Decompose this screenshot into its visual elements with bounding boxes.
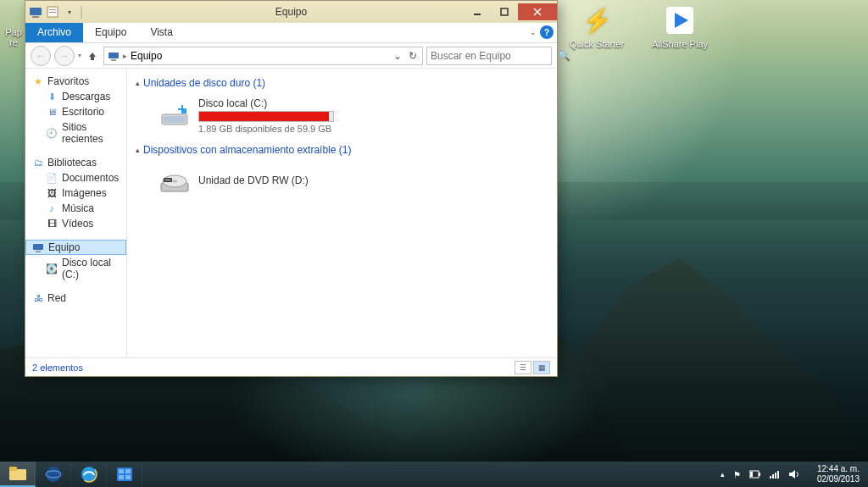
flag-icon[interactable]: ⚑ <box>733 470 741 479</box>
window-titlebar[interactable]: ▾ | Equipo <box>25 1 557 23</box>
desktop-icon-allshare-play[interactable]: AllShare Play <box>649 3 710 49</box>
tab-computer[interactable]: Equipo <box>83 23 138 42</box>
chevron-right-icon[interactable]: ▸ <box>123 52 127 60</box>
taskbar-browser[interactable] <box>36 462 71 487</box>
hard-drive-icon <box>158 97 192 131</box>
nav-item-downloads[interactable]: ⬇Descargas <box>25 89 126 104</box>
view-details-button[interactable]: ☰ <box>515 361 531 374</box>
svg-rect-38 <box>772 474 774 479</box>
file-explorer-window: ▾ | Equipo Archivo Equipo Vista <box>25 0 558 377</box>
address-dropdown-icon[interactable]: ⌄ <box>392 50 403 62</box>
svg-rect-10 <box>33 244 43 250</box>
nav-group-favorites[interactable]: ★ Favoritos <box>25 74 126 89</box>
nav-item-desktop[interactable]: 🖥Escritorio <box>25 104 126 119</box>
svg-rect-40 <box>777 471 779 479</box>
tray-overflow-icon[interactable]: ▴ <box>721 470 725 479</box>
nav-item-documents[interactable]: 📄Documentos <box>25 170 126 185</box>
drive-usage-bar <box>198 111 334 122</box>
ribbon-expand-icon[interactable]: ⌄ <box>530 28 537 36</box>
svg-rect-35 <box>759 473 760 476</box>
tab-view[interactable]: Vista <box>138 23 184 42</box>
address-bar-row: ← → ▾ ▸ Equipo ⌄ ↻ 🔍 <box>25 43 557 69</box>
nav-group-computer[interactable]: Equipo <box>25 240 126 255</box>
refresh-icon[interactable]: ↻ <box>407 50 419 62</box>
forward-button[interactable]: → <box>54 46 75 66</box>
nav-item-local-disk-c[interactable]: 💽Disco local (C:) <box>25 255 126 282</box>
nav-group-network[interactable]: 🖧 Red <box>25 291 126 306</box>
taskbar-app[interactable] <box>107 462 142 487</box>
window-title: Equipo <box>275 6 307 18</box>
properties-icon[interactable] <box>46 5 59 19</box>
category-removable[interactable]: ▴ Dispositivos con almacenamiento extraí… <box>136 144 548 156</box>
computer-icon <box>29 5 42 19</box>
category-hard-drives[interactable]: ▴ Unidades de disco duro (1) <box>136 77 548 89</box>
qa-dropdown-icon[interactable]: ▾ <box>63 5 76 19</box>
view-tiles-button[interactable]: ▦ <box>533 361 550 374</box>
network-signal-icon[interactable] <box>770 470 780 479</box>
search-icon: 🔍 <box>558 50 570 62</box>
music-icon: ♪ <box>46 202 58 214</box>
libraries-icon: 🗂 <box>32 157 44 169</box>
status-text: 2 elementos <box>32 362 83 373</box>
help-icon[interactable]: ? <box>540 25 554 39</box>
drive-name: Unidad de DVD RW (D:) <box>198 174 309 186</box>
volume-icon[interactable] <box>788 469 800 479</box>
desktop-icon-quick-starter[interactable]: ⚡ Quick Starter <box>566 3 627 49</box>
svg-rect-2 <box>32 16 39 18</box>
drive-local-c[interactable]: Disco local (C:) 1.89 GB disponibles de … <box>136 94 548 141</box>
download-icon: ⬇ <box>46 91 58 102</box>
svg-rect-31 <box>125 469 131 473</box>
svg-rect-8 <box>108 53 119 58</box>
taskbar-internet-explorer[interactable] <box>71 462 107 487</box>
lightning-icon: ⚡ <box>580 3 614 37</box>
svg-rect-32 <box>119 475 124 479</box>
maximize-button[interactable] <box>491 3 518 20</box>
svg-rect-36 <box>750 472 753 477</box>
svg-rect-9 <box>111 59 116 61</box>
battery-icon[interactable] <box>749 470 761 479</box>
drive-dvd-d[interactable]: DVD Unidad de DVD RW (D:) <box>136 161 548 205</box>
svg-rect-13 <box>164 116 186 123</box>
svg-rect-5 <box>49 12 56 13</box>
svg-point-20 <box>172 180 177 183</box>
system-tray[interactable]: ▴ ⚑ <box>712 469 809 479</box>
back-button[interactable]: ← <box>31 46 51 66</box>
svg-rect-39 <box>775 473 776 479</box>
svg-rect-30 <box>119 469 124 473</box>
nav-group-libraries[interactable]: 🗂 Bibliotecas <box>25 155 126 170</box>
address-bar[interactable]: ▸ Equipo ⌄ ↻ <box>103 47 423 65</box>
computer-icon <box>108 50 120 62</box>
desktop-icons: ⚡ Quick Starter AllShare Play <box>566 3 710 49</box>
network-icon: 🖧 <box>32 292 44 304</box>
search-input[interactable] <box>431 50 558 62</box>
svg-rect-15 <box>178 105 181 108</box>
navigation-pane: ★ Favoritos ⬇Descargas 🖥Escritorio 🕘Siti… <box>25 69 127 357</box>
status-bar: 2 elementos ☰ ▦ <box>25 357 557 376</box>
collapse-icon: ▴ <box>136 146 140 154</box>
up-button[interactable] <box>85 48 100 64</box>
svg-text:DVD: DVD <box>165 179 172 182</box>
minimize-button[interactable] <box>464 3 491 20</box>
desktop: Pap re ⚡ Quick Starter AllShare Play ▾ <box>0 0 868 487</box>
explorer-body: ★ Favoritos ⬇Descargas 🖥Escritorio 🕘Siti… <box>25 69 557 357</box>
nav-item-recent[interactable]: 🕘Sitios recientes <box>25 119 126 147</box>
nav-item-music[interactable]: ♪Música <box>25 201 126 216</box>
nav-item-pictures[interactable]: 🖼Imágenes <box>25 185 126 201</box>
close-button[interactable] <box>518 3 557 20</box>
desktop-icon-label: Quick Starter <box>570 39 624 49</box>
tab-file[interactable]: Archivo <box>25 23 83 42</box>
taskbar-clock[interactable]: 12:44 a. m. 02/09/2013 <box>809 464 868 484</box>
svg-rect-1 <box>30 8 42 15</box>
taskbar-file-explorer[interactable] <box>0 462 36 487</box>
search-box[interactable]: 🔍 <box>426 47 552 65</box>
disk-icon: 💽 <box>46 263 58 274</box>
svg-rect-24 <box>9 467 17 471</box>
play-icon <box>663 3 697 37</box>
svg-rect-16 <box>183 105 186 108</box>
desktop-icon-partial[interactable]: Pap re <box>0 27 27 47</box>
content-pane: ▴ Unidades de disco duro (1) <box>127 69 557 357</box>
dvd-drive-icon: DVD <box>158 164 192 198</box>
nav-item-videos[interactable]: 🎞Vídeos <box>25 216 126 231</box>
history-dropdown-icon[interactable]: ▾ <box>78 52 81 59</box>
svg-rect-6 <box>474 14 481 15</box>
